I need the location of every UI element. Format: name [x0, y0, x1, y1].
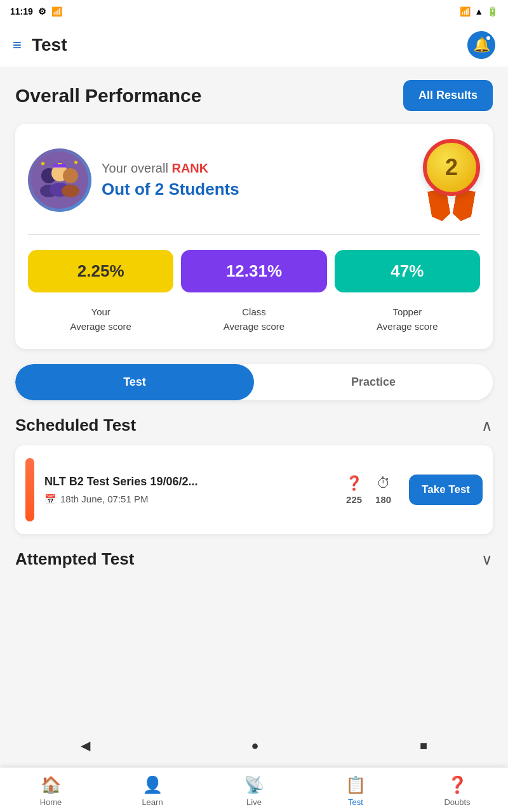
battery-icon: 🔋	[487, 6, 498, 16]
nav-test-label: Test	[348, 797, 363, 807]
test-icon: 📋	[345, 775, 366, 795]
class-average-score-pill: 12.31%	[181, 250, 326, 292]
rank-subtitle: Out of 2 Students	[102, 180, 239, 199]
sim-icon: 📶	[51, 6, 62, 16]
score-labels: Your Average score Class Average score T…	[28, 305, 480, 334]
test-card: NLT B2 Test Series 19/06/2... 📅 18th Jun…	[15, 445, 493, 534]
nav-learn-label: Learn	[142, 797, 163, 807]
timer-icon: ⏱	[377, 475, 391, 492]
back-button[interactable]: ◀	[81, 738, 90, 753]
hamburger-menu-icon[interactable]: ≡	[13, 36, 22, 54]
nav-live-label: Live	[246, 797, 262, 807]
notification-bell-button[interactable]: 🔔	[467, 31, 495, 59]
live-icon: 📡	[244, 775, 264, 795]
status-bar: 11:19 ⚙ 📶 📶 ▲ 🔋	[0, 0, 508, 23]
doubts-icon: ❓	[447, 775, 467, 795]
question-count-meta: ❓ 225	[345, 475, 363, 505]
svg-point-8	[63, 168, 78, 183]
students-avatar: ★ ★	[28, 148, 91, 212]
status-time: 11:19	[10, 6, 33, 16]
svg-text:★: ★	[73, 159, 79, 166]
attempted-test-header: Attempted Test ∨	[15, 549, 493, 569]
svg-rect-6	[58, 163, 62, 164]
take-test-button[interactable]: Take Test	[409, 475, 483, 505]
card-divider	[28, 234, 480, 235]
recent-apps-button[interactable]: ■	[420, 738, 427, 753]
tab-test[interactable]: Test	[15, 364, 254, 400]
scheduled-test-chevron-up-icon[interactable]: ∧	[481, 417, 493, 435]
your-average-score-value: 2.25%	[77, 261, 124, 281]
calendar-icon: 📅	[44, 494, 57, 505]
wifi-icon: 📶	[460, 6, 471, 16]
svg-text:★: ★	[40, 160, 46, 167]
svg-point-9	[62, 185, 79, 197]
duration-meta: ⏱ 180	[375, 475, 391, 505]
nav-doubts[interactable]: ❓ Doubts	[406, 775, 508, 807]
topper-average-score-value: 47%	[391, 261, 424, 281]
gear-icon: ⚙	[38, 6, 46, 16]
nav-home-label: Home	[40, 797, 62, 807]
topper-score-label: Topper Average score	[335, 305, 480, 334]
learn-icon: 👤	[142, 775, 163, 795]
bottom-nav: 🏠 Home 👤 Learn 📡 Live 📋 Test ❓ Doubts	[0, 768, 508, 812]
app-bar: ≡ Test 🔔	[0, 23, 508, 67]
nav-learn[interactable]: 👤 Learn	[102, 775, 203, 807]
home-button[interactable]: ●	[251, 738, 258, 753]
test-card-title: NLT B2 Test Series 19/06/2...	[44, 475, 335, 488]
test-card-meta: ❓ 225 ⏱ 180	[345, 475, 391, 505]
overall-performance-title: Overall Performance	[15, 85, 201, 107]
your-score-label: Your Average score	[28, 305, 173, 334]
performance-card: ★ ★ Your overall RANK Out of 2 Students …	[15, 124, 493, 349]
rank-label: Your overall RANK	[102, 161, 239, 176]
question-count-value: 225	[346, 494, 362, 505]
medal-number: 2	[445, 154, 458, 181]
medal-circle: 2	[423, 139, 480, 196]
rank-text-block: Your overall RANK Out of 2 Students	[102, 161, 239, 199]
app-title: Test	[32, 35, 67, 55]
all-results-button[interactable]: All Results	[403, 80, 493, 111]
system-nav-bar: ◀ ● ■	[0, 730, 508, 761]
overall-performance-header: Overall Performance All Results	[15, 80, 493, 111]
attempted-test-chevron-down-icon[interactable]: ∨	[481, 551, 493, 568]
class-average-score-value: 12.31%	[226, 261, 282, 281]
test-card-info: NLT B2 Test Series 19/06/2... 📅 18th Jun…	[44, 475, 335, 505]
nav-home[interactable]: 🏠 Home	[0, 775, 102, 807]
score-pills: 2.25% 12.31% 47%	[28, 250, 480, 292]
nav-doubts-label: Doubts	[444, 797, 470, 807]
main-content: Overall Performance All Results	[0, 67, 508, 582]
nav-live[interactable]: 📡 Live	[203, 775, 305, 807]
topper-average-score-pill: 47%	[335, 250, 480, 292]
rank-section: ★ ★ Your overall RANK Out of 2 Students …	[28, 139, 480, 221]
test-card-accent	[25, 458, 34, 521]
home-icon: 🏠	[41, 775, 61, 795]
notification-dot	[485, 35, 491, 41]
attempted-test-label: Attempted Test	[15, 549, 134, 569]
rank-medal: 2	[423, 139, 480, 221]
tab-practice[interactable]: Practice	[254, 364, 493, 400]
class-score-label: Class Average score	[181, 305, 326, 334]
question-icon: ❓	[345, 475, 363, 492]
test-card-date: 📅 18th June, 07:51 PM	[44, 494, 335, 505]
your-average-score-pill: 2.25%	[28, 250, 173, 292]
scheduled-test-label: Scheduled Test	[15, 416, 136, 435]
nav-test[interactable]: 📋 Test	[305, 775, 406, 807]
duration-value: 180	[375, 494, 391, 505]
tab-bar: Test Practice	[15, 364, 493, 400]
signal-icon: ▲	[474, 6, 483, 16]
scheduled-test-header: Scheduled Test ∧	[15, 416, 493, 435]
